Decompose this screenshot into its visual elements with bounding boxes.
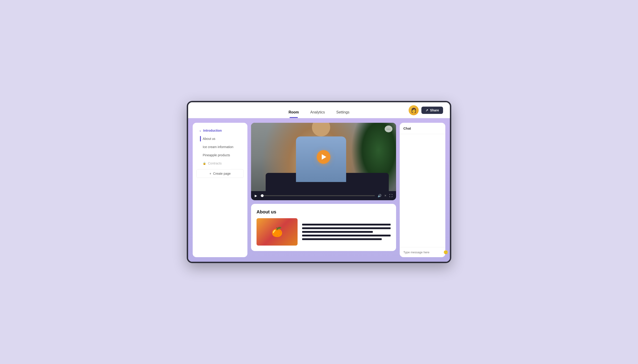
video-controls: ▶ 🔊 ✕ ⛶ <box>251 191 396 200</box>
device-frame: Room Analytics Settings 👩 ↗ Share ⌄ Intr… <box>187 101 451 263</box>
sidebar-item-contracts[interactable]: 🔒 Contracts <box>196 159 244 168</box>
sidebar-item-introduction[interactable]: ⌄ Introduction <box>196 126 244 134</box>
video-card: ⋯ ▶ <box>251 123 396 200</box>
chat-input[interactable] <box>403 250 442 254</box>
text-line-3 <box>302 231 373 233</box>
lock-icon: 🔒 <box>203 162 206 165</box>
fullscreen-button[interactable]: ⛶ <box>389 194 392 198</box>
about-card: About us 🍊 <box>251 204 396 251</box>
play-pause-button[interactable]: ▶ <box>255 194 257 198</box>
header: Room Analytics Settings 👩 ↗ Share <box>188 102 450 118</box>
chat-header: Chat <box>400 123 445 134</box>
header-right: 👩 ↗ Share <box>409 105 443 115</box>
progress-track[interactable] <box>260 195 375 196</box>
about-text-lines <box>302 218 391 246</box>
play-triangle-icon <box>322 154 326 160</box>
main-body: ⌄ Introduction About us Ice cream inform… <box>188 118 450 262</box>
content-area: ⋯ ▶ <box>251 123 396 257</box>
video-options-button[interactable]: ⋯ <box>385 126 392 132</box>
chat-messages <box>400 134 445 247</box>
about-image: 🍊 <box>256 218 297 246</box>
text-line-1 <box>302 224 391 226</box>
emoji-button[interactable]: 🙂 <box>444 250 448 254</box>
about-title: About us <box>256 209 391 214</box>
mute-button[interactable]: ✕ <box>384 194 387 197</box>
tab-settings[interactable]: Settings <box>336 110 350 118</box>
progress-indicator <box>261 194 264 197</box>
plus-icon: + <box>209 172 211 176</box>
text-line-5 <box>302 238 382 240</box>
tab-room[interactable]: Room <box>288 110 299 118</box>
tab-analytics[interactable]: Analytics <box>310 110 325 118</box>
send-button[interactable]: ➤ <box>450 250 451 254</box>
video-thumbnail <box>251 123 396 191</box>
sidebar-item-ice-cream[interactable]: Ice cream information <box>196 143 244 151</box>
volume-button[interactable]: 🔊 <box>378 194 382 198</box>
avatar: 👩 <box>409 105 419 115</box>
share-icon: ↗ <box>426 108 428 112</box>
about-content: 🍊 <box>256 218 391 246</box>
sidebar-item-about-us[interactable]: About us <box>196 134 244 143</box>
text-line-4 <box>302 234 391 236</box>
sidebar-item-pineapple[interactable]: Pineapple products <box>196 151 244 159</box>
chevron-down-icon: ⌄ <box>199 129 201 132</box>
sidebar: ⌄ Introduction About us Ice cream inform… <box>193 123 247 257</box>
play-button[interactable] <box>317 150 331 164</box>
sidebar-section-introduction: ⌄ Introduction About us Ice cream inform… <box>196 126 244 168</box>
text-line-2 <box>302 227 391 229</box>
share-button[interactable]: ↗ Share <box>421 106 443 114</box>
create-page-button[interactable]: + Create page <box>196 169 244 178</box>
chat-panel: Chat 🙂 ➤ <box>400 123 445 257</box>
chat-input-area: 🙂 ➤ <box>400 247 445 257</box>
nav-tabs: Room Analytics Settings <box>288 102 349 118</box>
